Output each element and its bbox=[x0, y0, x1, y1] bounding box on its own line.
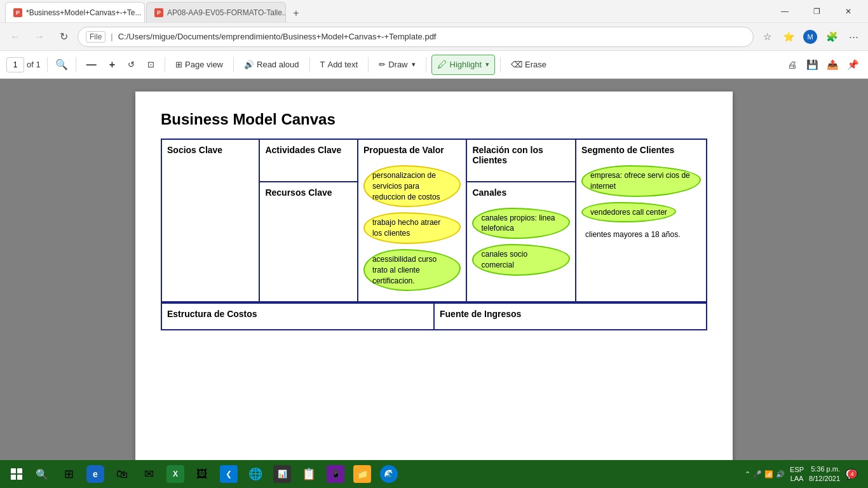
profile-icon[interactable]: M bbox=[801, 27, 820, 46]
pdf-toolbar: 1 of 1 🔍 — + ↺ ⊡ ⊞ Page view 🔊 Read alou… bbox=[0, 51, 868, 79]
print-icon[interactable]: 🖨 bbox=[783, 56, 801, 74]
zoom-in-button[interactable]: + bbox=[104, 55, 120, 75]
propuesta-item-1: personalizacion de servicios para reducc… bbox=[363, 165, 461, 207]
recursos-clave-cell: Recursos Clave bbox=[259, 182, 357, 302]
tab-favicon-1: P bbox=[13, 8, 22, 17]
read-aloud-button[interactable]: 🔊 Read aloud bbox=[239, 55, 304, 75]
extensions-icon[interactable]: 🧩 bbox=[822, 27, 841, 46]
zoom-out-button[interactable]: — bbox=[81, 55, 102, 75]
close-button[interactable]: ✕ bbox=[834, 0, 863, 23]
taskbar-system-icons: ⌃ 🎤 📶 🔊 bbox=[745, 470, 785, 478]
chevron-up-icon[interactable]: ⌃ bbox=[745, 470, 750, 478]
pdf-page-nav: 1 of 1 bbox=[6, 57, 48, 72]
draw-label: Draw bbox=[388, 60, 407, 69]
fuente-ingresos-cell: Fuente de Ingresos bbox=[434, 303, 707, 330]
read-aloud-label: Read aloud bbox=[257, 60, 299, 69]
highlight-dropdown-icon: ▾ bbox=[485, 60, 489, 69]
socios-clave-cell: Socios Clave bbox=[161, 139, 259, 302]
taskbar-app-widgets[interactable]: ⊞ bbox=[56, 461, 81, 487]
page-view-label: Page view bbox=[185, 60, 223, 69]
favorites-icon[interactable]: ☆ bbox=[757, 27, 776, 46]
fit-page-button[interactable]: ⊡ bbox=[142, 55, 159, 75]
taskbar-search-button[interactable]: 🔍 bbox=[31, 463, 53, 485]
title-bar: P *Business+Model+Canvas+-+Te... ✕ P AP0… bbox=[0, 0, 868, 23]
url-scheme: File bbox=[86, 31, 105, 43]
relacion-clientes-cell: Relación con los Clientes bbox=[466, 139, 576, 182]
windows-logo-icon bbox=[11, 468, 22, 480]
add-text-label: Add text bbox=[327, 60, 358, 69]
start-button[interactable] bbox=[5, 463, 28, 485]
fit-icon: ⊡ bbox=[147, 60, 154, 69]
taskbar-app-purple[interactable]: 📱 bbox=[323, 461, 348, 487]
zoom-in-icon: + bbox=[109, 59, 115, 71]
zoom-out-icon: — bbox=[86, 59, 97, 71]
taskbar-app-edge[interactable]: e bbox=[83, 461, 108, 487]
content-area: Business Model Canvas Socios Clave Ac bbox=[0, 79, 868, 460]
canvas-main-table: Socios Clave Actividades Clave Propuesta… bbox=[161, 139, 707, 302]
segmento-clientes-header: Segmento de Clientes bbox=[581, 145, 701, 155]
taskbar-app-calc[interactable]: 📊 bbox=[269, 461, 295, 487]
mic-icon[interactable]: 🎤 bbox=[753, 470, 762, 478]
wifi-icon[interactable]: 📶 bbox=[764, 470, 773, 478]
zoom-search-button[interactable]: 🔍 bbox=[53, 56, 71, 74]
highlight-button[interactable]: 🖊 Highlight ▾ bbox=[431, 55, 496, 75]
relacion-clientes-header: Relación con los Clientes bbox=[472, 145, 570, 165]
read-aloud-icon: 🔊 bbox=[244, 60, 254, 69]
recursos-clave-header: Recursos Clave bbox=[265, 187, 351, 198]
canales-cell: Canales canales propios: linea telefonic… bbox=[466, 182, 576, 302]
propuesta-item-3: acessibilidad curso trato al cliente cer… bbox=[363, 249, 461, 291]
collections-icon[interactable]: ⭐ bbox=[779, 27, 798, 46]
taskbar-app-vscode[interactable]: ❮ bbox=[216, 461, 241, 487]
tab-favicon-2: P bbox=[154, 8, 163, 17]
notification-button[interactable]: 💬 4 bbox=[845, 468, 858, 480]
tab-formato[interactable]: P AP08-AA9-EV05-FORMATO-Talle... ✕ bbox=[146, 2, 286, 22]
back-button[interactable]: ← bbox=[5, 27, 25, 47]
socios-clave-header: Socios Clave bbox=[167, 145, 254, 155]
taskbar-app-edge2[interactable]: 🌊 bbox=[376, 461, 402, 487]
pdf-viewer[interactable]: Business Model Canvas Socios Clave Ac bbox=[0, 79, 868, 460]
canales-item-1: canales propios: linea telefonica bbox=[472, 208, 570, 240]
page-number-input[interactable]: 1 bbox=[6, 57, 24, 72]
estructura-costos-cell: Estructura de Costos bbox=[161, 303, 434, 330]
taskbar-app-browser2[interactable]: 🌐 bbox=[243, 461, 268, 487]
taskbar-app-photos[interactable]: 🖼 bbox=[189, 461, 215, 487]
save-icon[interactable]: 💾 bbox=[803, 56, 821, 74]
segmento-clientes-cell: Segmento de Clientes empresa: ofrece ser… bbox=[576, 139, 707, 302]
actividades-clave-header: Actividades Clave bbox=[265, 145, 351, 155]
taskbar-clock[interactable]: 5:36 p.m.8/12/2021 bbox=[809, 464, 840, 484]
taskbar-app-excel[interactable]: X bbox=[163, 461, 188, 487]
tab-business-canvas[interactable]: P *Business+Model+Canvas+-+Te... ✕ bbox=[5, 2, 145, 22]
forward-button[interactable]: → bbox=[29, 27, 50, 47]
actividades-clave-cell: Actividades Clave bbox=[259, 139, 357, 182]
language-indicator[interactable]: ESPLAA bbox=[790, 465, 804, 484]
taskbar-app-outlook[interactable]: ✉ bbox=[136, 461, 161, 487]
rotate-icon: ↺ bbox=[128, 60, 135, 69]
erase-button[interactable]: ⌫ Erase bbox=[506, 55, 552, 75]
erase-icon: ⌫ bbox=[511, 60, 522, 69]
menu-icon[interactable]: ⋯ bbox=[844, 27, 863, 46]
propuesta-valor-cell: Propuesta de Valor personalizacion de se… bbox=[358, 139, 467, 302]
estructura-costos-header: Estructura de Costos bbox=[167, 309, 428, 319]
taskbar-apps: ⊞ e 🛍 ✉ X bbox=[56, 461, 742, 487]
new-tab-button[interactable]: + bbox=[287, 4, 305, 22]
refresh-button[interactable]: ↻ bbox=[53, 27, 74, 47]
page-total: of 1 bbox=[27, 60, 41, 69]
highlight-label: Highlight bbox=[450, 60, 482, 69]
restore-button[interactable]: ❐ bbox=[802, 0, 831, 23]
add-text-button[interactable]: T Add text bbox=[315, 55, 363, 75]
taskbar-app-tasks[interactable]: 📋 bbox=[296, 461, 322, 487]
minimize-button[interactable]: — bbox=[770, 0, 799, 23]
volume-icon[interactable]: 🔊 bbox=[776, 470, 785, 478]
draw-button[interactable]: ✏ Draw ▾ bbox=[374, 55, 420, 75]
page-view-button[interactable]: ⊞ Page view bbox=[170, 55, 228, 75]
rotate-button[interactable]: ↺ bbox=[123, 55, 140, 75]
pin-icon[interactable]: 📌 bbox=[844, 56, 862, 74]
propuesta-valor-content: personalizacion de servicios para reducc… bbox=[363, 160, 461, 296]
highlight-icon: 🖊 bbox=[437, 59, 447, 71]
draw-icon: ✏ bbox=[379, 60, 386, 69]
share-icon[interactable]: 📤 bbox=[824, 56, 841, 74]
taskbar-app-store[interactable]: 🛍 bbox=[109, 461, 135, 487]
tab-label-1: *Business+Model+Canvas+-+Te... bbox=[26, 8, 141, 17]
url-bar[interactable]: File | C:/Users/migue/Documents/emprendi… bbox=[78, 27, 754, 47]
taskbar-app-files[interactable]: 📁 bbox=[349, 461, 375, 487]
